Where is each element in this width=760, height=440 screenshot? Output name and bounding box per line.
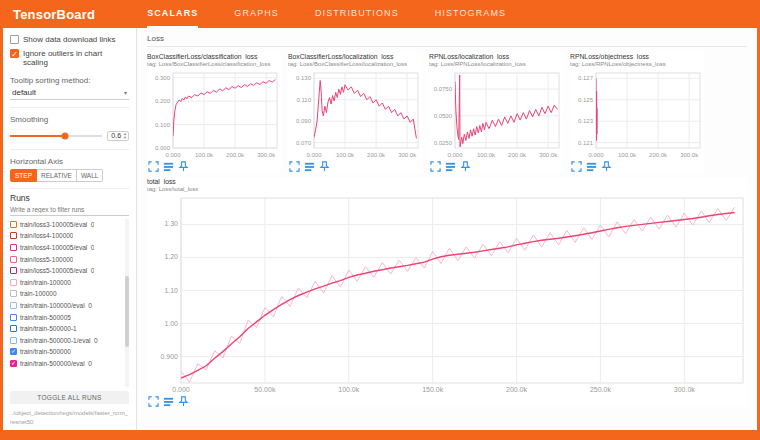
tab-distributions[interactable]: DISTRIBUTIONS [315,0,399,28]
main-panel: Loss BoxClassifierLoss/classification_lo… [137,28,757,430]
svg-text:0.0750: 0.0750 [434,86,453,92]
run-checkbox-icon[interactable] [10,232,17,239]
run-checkbox-icon[interactable]: ✓ [10,348,17,355]
run-label: train-100000 [20,290,57,297]
run-row[interactable]: train/loss5-100005/eval_0 [10,265,123,277]
horizontal-axis-section: Horizontal Axis STEP RELATIVE WALL [10,149,129,182]
run-checkbox-icon[interactable] [10,256,17,263]
svg-text:150.0k: 150.0k [422,386,444,393]
axis-wall-button[interactable]: WALL [77,169,103,182]
svg-text:1.20: 1.20 [164,253,178,260]
run-row[interactable]: train/loss4-100000 [10,230,123,242]
run-checkbox-icon[interactable] [10,302,17,309]
run-checkbox-icon[interactable]: ✓ [10,360,17,367]
chart-card: total_losstag: Loss/total_loss0.9001.001… [147,178,747,407]
run-row[interactable]: train/train-100000 [10,277,123,289]
run-row[interactable]: train/loss3-100005/eval_0 [10,219,123,231]
expand-chart-icon[interactable] [430,161,441,172]
run-label: train/train-100000 [20,279,71,286]
expand-chart-icon[interactable] [148,396,159,407]
chart-runs-menu-icon[interactable] [163,396,174,407]
axis-step-button[interactable]: STEP [10,169,37,182]
ignore-outliers-checkbox-row[interactable]: ✓ Ignore outliers in chart scaling [10,49,129,67]
svg-text:0.200: 0.200 [155,98,171,104]
axis-relative-button[interactable]: RELATIVE [37,169,77,182]
chart-plot[interactable]: 0.0700.0900.1100.1300.000100.0k200.0k300… [288,69,422,159]
pin-chart-icon[interactable] [319,161,330,172]
run-row[interactable]: ✓train/train-500000/eval_0 [10,358,123,370]
run-checkbox-icon[interactable] [10,290,17,297]
svg-text:0.000: 0.000 [165,152,181,158]
tab-histograms[interactable]: HISTOGRAMS [435,0,506,28]
runs-filter-input[interactable] [10,203,129,216]
svg-text:0.000: 0.000 [155,145,171,151]
run-row[interactable]: train/loss5-100000 [10,253,123,265]
pin-chart-icon[interactable] [601,161,612,172]
svg-text:300.0k: 300.0k [674,386,696,393]
tooltip-sorting-select[interactable]: default ▾ [10,87,129,100]
smoothing-slider-thumb[interactable] [62,132,69,139]
nav-tabs: SCALARS GRAPHS DISTRIBUTIONS HISTOGRAMS [147,0,506,28]
expand-chart-icon[interactable] [148,161,159,172]
expand-chart-icon[interactable] [571,161,582,172]
chart-plot[interactable]: 0.0000.1000.2000.3000.000100.0k200.0k300… [147,69,281,159]
run-checkbox-icon[interactable] [10,325,17,332]
chart-card: RPNLoss/objectness_losstag: Loss/RPNLoss… [570,53,704,172]
chart-runs-menu-icon[interactable] [445,161,456,172]
chart-title: BoxClassifierLoss/classification_loss [147,53,281,60]
run-checkbox-icon[interactable] [10,314,17,321]
checkbox-checked-icon[interactable]: ✓ [10,49,19,58]
runs-scrollbar-thumb[interactable] [125,276,129,347]
show-download-links-label: Show data download links [23,35,116,44]
app-window: TensorBoard SCALARS GRAPHS DISTRIBUTIONS… [3,0,757,430]
show-download-links-checkbox-row[interactable]: Show data download links [10,35,129,44]
chart-runs-menu-icon[interactable] [304,161,315,172]
chart-plot[interactable]: 0.9001.001.101.201.300.00050.00k100.0k15… [147,194,747,394]
run-label: train/train-500000-1 [20,325,77,332]
smoothing-section: Smoothing 0.6 ▲ ▼ [10,107,129,144]
smoothing-value-box[interactable]: 0.6 ▲ ▼ [107,131,129,141]
svg-text:300.0k: 300.0k [539,152,558,158]
chart-plot[interactable]: 0.02500.05000.07500.000100.0k200.0k300.0… [429,69,563,159]
smoothing-slider[interactable] [10,135,102,137]
run-row[interactable]: train-100000 [10,288,123,300]
checkbox-unchecked-icon[interactable] [10,35,19,44]
run-checkbox-icon[interactable] [10,337,17,344]
app-header: TensorBoard SCALARS GRAPHS DISTRIBUTIONS… [3,0,757,28]
tab-scalars[interactable]: SCALARS [147,0,198,28]
run-checkbox-icon[interactable] [10,244,17,251]
pin-chart-icon[interactable] [178,396,189,407]
chart-card: RPNLoss/localization_losstag: Loss/RPNLo… [429,53,563,172]
run-row[interactable]: train/train-500005 [10,311,123,323]
pin-chart-icon[interactable] [178,161,189,172]
run-checkbox-icon[interactable] [10,221,17,228]
expand-chart-icon[interactable] [289,161,300,172]
svg-text:0.100: 0.100 [155,122,171,128]
run-label: train/loss5-100005/eval_0 [20,267,94,274]
toggle-all-runs-button[interactable]: TOGGLE ALL RUNS [10,391,129,404]
runs-scrollbar[interactable] [125,219,129,388]
svg-text:200.0k: 200.0k [649,152,668,158]
svg-text:0.000: 0.000 [588,152,604,158]
tab-graphs[interactable]: GRAPHS [234,0,279,28]
run-label: train/train-500000/eval_0 [20,360,92,367]
run-row[interactable]: train/train-500000-1 [10,323,123,335]
chart-tag: tag: Loss/RPNLoss/objectness_loss [570,61,704,67]
chart-plot[interactable]: 0.1210.1230.1250.1270.000100.0k200.0k300… [570,69,704,159]
chart-runs-menu-icon[interactable] [586,161,597,172]
run-checkbox-icon[interactable] [10,267,17,274]
run-label: train/loss4-100000 [20,232,73,239]
app-title: TensorBoard [3,7,95,22]
run-row[interactable]: train/train-100000/eval_0 [10,300,123,312]
run-row[interactable]: train/train-500000-1/eval_0 [10,335,123,347]
pin-chart-icon[interactable] [460,161,471,172]
runs-list-container: train/loss3-100005/eval_0train/loss4-100… [10,219,129,388]
svg-text:0.900: 0.900 [160,353,178,360]
run-row[interactable]: ✓train/train-500000 [10,346,123,358]
run-checkbox-icon[interactable] [10,279,17,286]
loss-section-header[interactable]: Loss [147,32,747,47]
spinner-down-icon[interactable]: ▼ [123,136,127,140]
run-row[interactable]: train/loss4-100005/eval_0 [10,242,123,254]
svg-text:0.110: 0.110 [296,97,311,103]
chart-runs-menu-icon[interactable] [163,161,174,172]
